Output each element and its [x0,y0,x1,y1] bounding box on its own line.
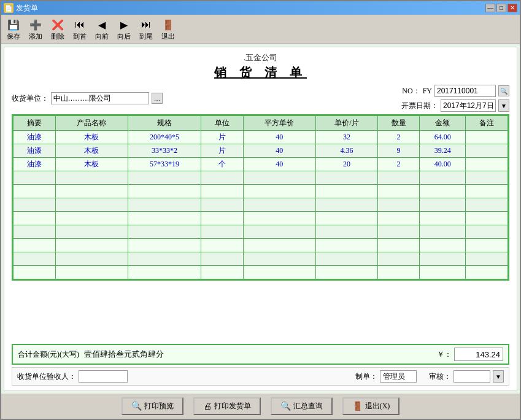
total-amount-input[interactable] [454,348,503,361]
table-row-empty [14,185,508,198]
table-row[interactable]: 油漆 木板 33*33*2 片 40 4.36 9 39.24 [14,144,508,158]
table-row-empty [14,171,508,185]
receiver-label: 收货单位： [12,93,48,104]
no-pre: FY [423,87,432,96]
toolbar-exit-button[interactable]: 🚪 退出 [160,17,177,41]
cell-spec: 57*33*19 [128,158,201,171]
receiver-input[interactable] [51,92,149,104]
exit2-icon: 🚪 [352,401,363,411]
no-browse-button[interactable]: 🔍 [498,85,509,96]
toolbar-add-button[interactable]: ➕ 添加 [27,17,44,41]
cell-price: 20 [316,158,378,171]
no-input[interactable] [434,85,496,97]
data-table: 摘要 产品名称 规格 单位 平方单价 单价/片 数量 金额 备注 油漆 [13,115,508,279]
table-row-empty [14,225,508,239]
summary-query-label: 汇总查询 [293,401,323,411]
cell-sqprice: 40 [243,131,316,144]
receiver-browse-button[interactable]: … [152,93,163,104]
cell-sqprice: 40 [243,158,316,171]
no-field: NO： FY 🔍 [402,85,509,97]
date-input[interactable] [441,99,496,112]
auditor-input[interactable] [453,370,490,383]
table-row-empty [14,212,508,225]
footer-area: 合计金额(元)(大写) 壹佰肆拾叁元贰角肆分 ￥： 收货单位验收人： 制单： [12,344,509,386]
cell-qty: 2 [377,131,420,144]
cell-qty: 2 [377,158,420,171]
table-row[interactable]: 油漆 木板 57*33*19 个 40 20 2 40.00 [14,158,508,171]
toolbar-save-button[interactable]: 💾 保存 [5,17,22,41]
maker-label: 制单： [355,371,377,382]
toolbar-delete-button[interactable]: ❌ 删除 [49,17,66,41]
save-label: 保存 [7,32,20,41]
exit2-button[interactable]: 🚪退出(X) [342,397,400,415]
cell-spec: 33*33*2 [128,144,201,158]
exit-label: 退出 [161,32,175,41]
app-icon: 📄 [4,3,14,13]
table-row-empty [14,239,508,252]
cell-amount: 39.24 [420,144,466,158]
cell-summary: 油漆 [14,131,56,144]
maker-input[interactable] [380,370,417,383]
no-label: NO： [402,86,420,96]
toolbar-last-button[interactable]: ⏭ 到尾 [137,17,155,41]
receiver-sign-input[interactable] [79,370,128,383]
cell-sqprice: 40 [243,144,316,158]
auditor-dropdown-button[interactable]: ▼ [493,370,504,383]
cell-unit: 片 [201,144,243,158]
bottom-buttons: 🔍打印预览🖨打印发货单🔍汇总查询🚪退出(X) [1,394,520,419]
sign-row: 收货单位验收人： 制单： 审核： ▼ [12,367,509,386]
first-label: 到首 [73,32,87,41]
header-left: 收货单位： … [12,92,163,104]
print-invoice-icon: 🖨 [203,402,212,411]
total-label: 合计金额(元)(大写) [18,349,79,360]
close-button[interactable]: ✕ [507,4,517,12]
toolbar-next-button[interactable]: ▶ 向后 [115,17,133,41]
cell-price: 4.36 [316,144,378,158]
header-row: 收货单位： … NO： FY 🔍 开票日期： ▼ [12,85,509,112]
save-icon: 💾 [6,17,21,32]
col-price: 单价/片 [316,116,378,131]
total-chinese: 壹佰肆拾叁元贰角肆分 [84,349,437,360]
main-window: 📄 发货单 — □ ✕ 💾 保存 ➕ 添加 ❌ 删除 ⏮ 到首 ◀ 向前 ▶ 向… [0,0,521,420]
cell-unit: 片 [201,131,243,144]
delete-icon: ❌ [50,17,65,32]
add-icon: ➕ [28,17,43,32]
table-row[interactable]: 油漆 木板 200*40*5 片 40 32 2 64.00 [14,131,508,144]
first-icon: ⏮ [72,17,87,32]
date-label: 开票日期： [401,101,438,111]
col-qty: 数量 [377,116,420,131]
print-invoice-button[interactable]: 🖨打印发货单 [193,397,261,415]
prev-icon: ◀ [95,17,109,32]
col-summary: 摘要 [14,116,56,131]
table-row-empty [14,266,508,279]
minimize-button[interactable]: — [485,4,495,12]
summary-query-button[interactable]: 🔍汇总查询 [271,397,333,415]
print-preview-button[interactable]: 🔍打印预览 [122,397,183,415]
table-row-empty [14,198,508,212]
toolbar-prev-button[interactable]: ◀ 向前 [93,17,110,41]
print-invoice-label: 打印发货单 [214,401,251,411]
exit-icon: 🚪 [161,17,176,32]
col-note: 备注 [466,116,508,131]
summary-query-icon: 🔍 [280,401,291,411]
cell-note [466,158,508,171]
col-sqprice: 平方单价 [243,116,316,131]
exit2-label: 退出(X) [365,401,390,411]
content-area: .五金公司 销 货 清 单 收货单位： … NO： FY 🔍 [1,44,520,394]
cell-summary: 油漆 [14,144,56,158]
toolbar: 💾 保存 ➕ 添加 ❌ 删除 ⏮ 到首 ◀ 向前 ▶ 向后 ⏭ 到尾 🚪 退出 [1,15,520,44]
col-product: 产品名称 [55,116,128,131]
cell-summary: 油漆 [14,158,56,171]
col-spec: 规格 [128,116,201,131]
toolbar-first-button[interactable]: ⏮ 到首 [71,17,88,41]
next-label: 向后 [117,32,131,41]
cell-product: 木板 [55,131,128,144]
header-right: NO： FY 🔍 开票日期： ▼ [401,85,509,112]
maximize-button[interactable]: □ [496,4,506,12]
date-dropdown-button[interactable]: ▼ [498,99,509,112]
total-amount-group: ￥： [437,348,503,361]
delete-label: 删除 [51,32,64,41]
doc-title: 销 货 清 单 [12,64,509,81]
data-table-container: 摘要 产品名称 规格 单位 平方单价 单价/片 数量 金额 备注 油漆 [12,114,509,281]
title-controls: — □ ✕ [485,4,517,12]
